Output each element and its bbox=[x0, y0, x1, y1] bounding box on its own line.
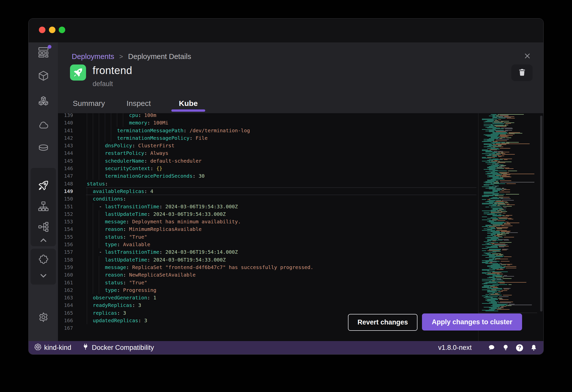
notifications-bell-icon[interactable] bbox=[529, 344, 538, 352]
detail-tabs: SummaryInspectKube bbox=[72, 99, 205, 113]
main-area: Deployments > Deployment Details bbox=[58, 42, 544, 342]
sidebar-item-settings-gear[interactable] bbox=[37, 312, 49, 324]
tab-inspect[interactable]: Inspect bbox=[125, 99, 152, 113]
code-text: conditions: bbox=[87, 195, 126, 203]
code-line-150[interactable]: 150 conditions: bbox=[58, 195, 544, 203]
code-line-146[interactable]: 146 securityContext: {} bbox=[58, 165, 544, 172]
code-line-151[interactable]: 151 - lastTransitionTime: 2024-03-06T19:… bbox=[58, 203, 544, 210]
code-text: securityContext: {} bbox=[87, 165, 162, 172]
code-line-156[interactable]: 156 type: Available bbox=[58, 241, 544, 248]
line-number: 167 bbox=[58, 324, 73, 332]
code-line-152[interactable]: 152 lastUpdateTime: 2024-03-06T19:54:33.… bbox=[58, 210, 544, 218]
editor-scrollbar[interactable] bbox=[540, 116, 542, 311]
code-line-140[interactable]: 140 memory: 100Mi bbox=[58, 119, 544, 126]
page-title: frontend bbox=[93, 64, 132, 77]
sidebar-item-images-cloud[interactable] bbox=[37, 120, 49, 132]
code-line-160[interactable]: 160 reason: NewReplicaSetAvailable bbox=[58, 271, 544, 279]
code-line-163[interactable]: 163 observedGeneration: 1 bbox=[58, 294, 544, 301]
breadcrumb-separator: > bbox=[119, 53, 123, 60]
sidebar-item-pods[interactable] bbox=[37, 96, 49, 108]
code-line-139[interactable]: 139 cpu: 100m bbox=[58, 113, 544, 119]
line-number: 161 bbox=[58, 279, 73, 286]
help-icon[interactable]: ? bbox=[515, 344, 524, 352]
line-number: 148 bbox=[58, 180, 73, 187]
line-number: 146 bbox=[58, 165, 73, 172]
code-text: type: Available bbox=[87, 241, 150, 248]
line-number: 159 bbox=[58, 264, 73, 271]
tab-summary[interactable]: Summary bbox=[72, 99, 106, 113]
sidebar-item-extensions-puzzle[interactable] bbox=[37, 254, 49, 266]
sidebar-item-services[interactable] bbox=[37, 201, 49, 213]
code-line-148[interactable]: 148status: bbox=[58, 180, 544, 187]
tab-kube[interactable]: Kube bbox=[171, 99, 205, 113]
code-line-157[interactable]: 157 - lastTransitionTime: 2024-03-06T19:… bbox=[58, 248, 544, 256]
code-line-164[interactable]: 164 readyReplicas: 3 bbox=[58, 301, 544, 309]
code-line-149[interactable]: 149 availableReplicas: 4 bbox=[58, 187, 544, 195]
details-header: Deployments > Deployment Details bbox=[58, 42, 544, 113]
code-text: reason: NewReplicaSetAvailable bbox=[87, 271, 196, 279]
docker-compat-item[interactable]: Docker Compatibility bbox=[82, 343, 154, 352]
close-traffic-light[interactable] bbox=[39, 27, 45, 33]
chevron-up-icon bbox=[38, 234, 49, 247]
lightbulb-icon[interactable] bbox=[501, 344, 510, 352]
line-number: 155 bbox=[58, 233, 73, 241]
code-text: terminationMessagePath: /dev/termination… bbox=[87, 127, 250, 134]
code-text: lastUpdateTime: 2024-03-06T19:54:33.000Z bbox=[87, 256, 226, 264]
sidebar-item-volumes[interactable] bbox=[37, 142, 49, 154]
line-number: 149 bbox=[58, 187, 73, 195]
dashboard-icon bbox=[38, 46, 49, 59]
code-line-161[interactable]: 161 status: "True" bbox=[58, 279, 544, 286]
sidebar-item-containers[interactable] bbox=[37, 70, 49, 82]
line-number: 147 bbox=[58, 172, 73, 180]
feedback-bubble-icon[interactable] bbox=[487, 344, 496, 352]
revert-changes-button[interactable]: Revert changes bbox=[348, 314, 417, 331]
sidebar-item-kubernetes-rocket[interactable] bbox=[37, 180, 49, 192]
code-text: message: Deployment has minimum availabi… bbox=[87, 218, 241, 225]
extensions-puzzle-icon bbox=[38, 254, 49, 266]
namespace-label: default bbox=[93, 80, 132, 88]
sidebar-item-chevron-up[interactable] bbox=[37, 235, 49, 247]
sidebar-item-networks[interactable] bbox=[37, 221, 49, 233]
code-line-153[interactable]: 153 message: Deployment has minimum avai… bbox=[58, 218, 544, 225]
networks-icon bbox=[38, 221, 49, 234]
apply-changes-button[interactable]: Apply changes to cluster bbox=[422, 313, 522, 331]
code-line-145[interactable]: 145 schedulerName: default-scheduler bbox=[58, 157, 544, 165]
pods-icon bbox=[38, 95, 49, 108]
question-mark: ? bbox=[516, 344, 523, 351]
trash-icon bbox=[518, 68, 527, 78]
minimize-traffic-light[interactable] bbox=[49, 27, 55, 33]
code-line-147[interactable]: 147 terminationGracePeriodSeconds: 30 bbox=[58, 172, 544, 180]
code-line-162[interactable]: 162 type: Progressing bbox=[58, 286, 544, 294]
line-number: 157 bbox=[58, 248, 73, 256]
deployment-rocket-icon bbox=[70, 64, 86, 81]
docker-compat-label: Docker Compatibility bbox=[92, 344, 154, 352]
line-number: 162 bbox=[58, 286, 73, 294]
sidebar-item-dashboard[interactable] bbox=[37, 46, 49, 58]
code-line-158[interactable]: 158 lastUpdateTime: 2024-03-06T19:54:33.… bbox=[58, 256, 544, 264]
code-text: reason: MinimumReplicasAvailable bbox=[87, 225, 202, 233]
line-number: 154 bbox=[58, 225, 73, 233]
line-number: 151 bbox=[58, 203, 73, 210]
code-line-141[interactable]: 141 terminationMessagePath: /dev/termina… bbox=[58, 127, 544, 134]
code-text: lastUpdateTime: 2024-03-06T19:54:33.000Z bbox=[87, 210, 226, 218]
code-line-142[interactable]: 142 terminationMessagePolicy: File bbox=[58, 134, 544, 142]
close-details-button[interactable] bbox=[523, 52, 532, 61]
code-text: dnsPolicy: ClusterFirst bbox=[87, 142, 174, 149]
line-number: 163 bbox=[58, 294, 73, 301]
line-number: 144 bbox=[58, 149, 73, 157]
close-icon bbox=[524, 52, 531, 61]
code-line-159[interactable]: 159 message: ReplicaSet "frontend-d4f6b4… bbox=[58, 264, 544, 271]
sidebar-item-chevron-down[interactable] bbox=[37, 270, 49, 282]
breadcrumb-deployments-link[interactable]: Deployments bbox=[72, 52, 114, 61]
code-text: terminationMessagePolicy: File bbox=[87, 134, 208, 142]
code-line-143[interactable]: 143 dnsPolicy: ClusterFirst bbox=[58, 142, 544, 149]
line-number: 166 bbox=[58, 317, 73, 324]
editor-minimap[interactable] bbox=[478, 113, 537, 342]
maximize-traffic-light[interactable] bbox=[59, 27, 65, 33]
delete-deployment-button[interactable] bbox=[511, 64, 533, 81]
code-line-144[interactable]: 144 restartPolicy: Always bbox=[58, 149, 544, 157]
code-line-155[interactable]: 155 status: "True" bbox=[58, 233, 544, 241]
yaml-editor[interactable]: 139 cpu: 100m140 memory: 100Mi141 termin… bbox=[58, 113, 544, 342]
kube-context-item[interactable]: kind-kind bbox=[34, 343, 71, 352]
code-line-154[interactable]: 154 reason: MinimumReplicasAvailable bbox=[58, 225, 544, 233]
